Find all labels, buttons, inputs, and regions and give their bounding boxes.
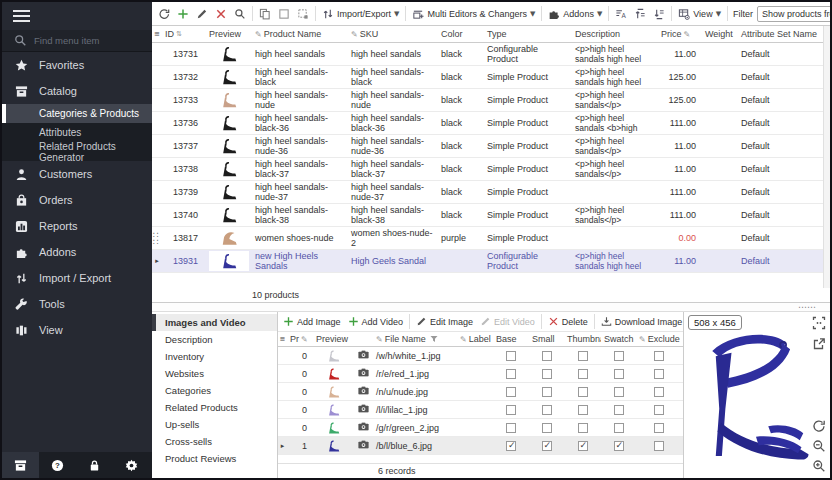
select-region-button[interactable] (294, 6, 312, 22)
sidebar-item-catalog[interactable]: Catalog (2, 78, 152, 104)
product-row[interactable]: 13731 high heel sandals high heel sandal… (152, 43, 823, 66)
multi-editors-button[interactable]: Multi Editors & Changers▼ (409, 6, 538, 22)
base-checkbox[interactable] (493, 351, 529, 361)
panel-tab[interactable]: Categories (152, 382, 277, 399)
column-header-description[interactable]: Description (572, 29, 658, 39)
swatch-checkbox[interactable] (601, 423, 636, 433)
panel-tab[interactable]: Up-sells (152, 416, 277, 433)
exclude-checkbox[interactable] (636, 405, 682, 415)
sidebar-item-related-products-generator[interactable]: Related Products Generator (2, 142, 152, 161)
column-header-attribute-set[interactable]: Attribute Set Name (738, 29, 823, 39)
thumbnail-checkbox[interactable] (564, 387, 601, 397)
column-header-product-name[interactable]: ✎Product Name (252, 29, 348, 39)
grid-corner-icon[interactable]: ≡ (152, 30, 162, 38)
splitter-handle-icon[interactable]: ⋯⋯ (798, 305, 816, 309)
column-header-base[interactable]: Base (493, 334, 529, 344)
small-checkbox[interactable] (529, 369, 564, 379)
view-button[interactable]: View▼ (675, 6, 724, 22)
exclude-checkbox[interactable] (636, 387, 682, 397)
panel-tab[interactable]: Cross-sells (152, 433, 277, 450)
column-header-price[interactable]: Price✎ (658, 29, 702, 39)
sidebar-item-addons[interactable]: Addons (2, 239, 152, 265)
swatch-checkbox[interactable] (601, 405, 636, 415)
product-row[interactable]: 13817 women shoes-nude women shoes-nude-… (152, 227, 823, 250)
swatch-checkbox[interactable] (601, 441, 636, 451)
column-header-exclude[interactable]: ✎Exclude (636, 334, 682, 344)
panel-tab[interactable]: Product Reviews (152, 450, 277, 467)
image-row[interactable]: 0 /l/i/lilac_1.jpg (278, 401, 683, 419)
menu-search-input[interactable] (34, 35, 134, 46)
product-row[interactable]: 13931 new High Heels Sandals High Geels … (152, 250, 823, 273)
column-header-swatch[interactable]: Swatch (601, 334, 636, 344)
sidebar-item-import-export[interactable]: Import / Export (2, 265, 152, 291)
image-row[interactable]: 1 /b/l/blue_6.jpg (278, 437, 683, 455)
small-checkbox[interactable] (529, 441, 564, 451)
sidebar-item-customers[interactable]: Customers (2, 161, 152, 187)
exclude-checkbox[interactable] (636, 351, 682, 361)
sidebar-item-favorites[interactable]: Favorites (2, 52, 152, 78)
sidebar-item-categories-products[interactable]: Categories & Products (2, 104, 152, 123)
expand-rows-button[interactable] (631, 6, 649, 22)
horizontal-splitter[interactable]: ⋯⋯ (152, 303, 830, 312)
sidebar-splitter-handle[interactable]: ∷∷ (153, 232, 159, 246)
store-manager-button[interactable] (2, 452, 39, 478)
column-header-color[interactable]: Color (438, 29, 484, 39)
column-header-id[interactable]: ID⇅ (162, 29, 206, 39)
column-header-weight[interactable]: Weight (702, 29, 738, 39)
checkbox-select-button[interactable] (275, 6, 293, 22)
sidebar-item-reports[interactable]: Reports (2, 213, 152, 239)
image-row[interactable]: 0 /n/u/nude.jpg (278, 383, 683, 401)
column-header-sku[interactable]: ✎SKU (348, 29, 438, 39)
collapse-rows-button[interactable] (650, 6, 668, 22)
sidebar-item-view[interactable]: View (2, 317, 152, 343)
sidebar-item-orders[interactable]: Orders (2, 187, 152, 213)
add-video-button[interactable]: Add Video (345, 314, 406, 329)
add-product-button[interactable] (174, 6, 192, 22)
column-header-position[interactable]: Pr✎ (287, 334, 313, 344)
column-header-small[interactable]: Small (529, 334, 564, 344)
small-checkbox[interactable] (529, 405, 564, 415)
product-row[interactable]: 13738 high heel sandals-black-37 high he… (152, 158, 823, 181)
delete-image-button[interactable]: Delete (545, 314, 591, 329)
thumbnail-checkbox[interactable] (564, 423, 601, 433)
image-row[interactable]: 0 /r/e/red_1.jpg (278, 365, 683, 383)
panel-tab[interactable]: Websites (152, 365, 277, 382)
filter-select[interactable]: Show products from selected categories▼ (757, 6, 830, 22)
column-header-thumbnail[interactable]: Thumbna (564, 334, 601, 344)
panel-tab[interactable]: Related Products (152, 399, 277, 416)
help-button[interactable]: ? (39, 452, 76, 478)
swatch-checkbox[interactable] (601, 351, 636, 361)
delete-product-button[interactable] (212, 6, 230, 22)
edit-product-button[interactable] (193, 6, 211, 22)
vertical-scrollbar[interactable] (823, 26, 830, 288)
open-external-icon[interactable] (812, 337, 826, 351)
zoom-in-icon[interactable] (812, 459, 826, 473)
swatch-checkbox[interactable] (601, 387, 636, 397)
copy-button[interactable] (256, 6, 274, 22)
product-row[interactable]: 13736 high heel sandals-black-36 high he… (152, 112, 823, 135)
edit-image-button[interactable]: Edit Image (413, 314, 476, 329)
small-checkbox[interactable] (529, 351, 564, 361)
base-checkbox[interactable] (493, 423, 529, 433)
add-image-button[interactable]: Add Image (280, 314, 344, 329)
search-products-button[interactable] (231, 6, 249, 22)
thumbnail-checkbox[interactable] (564, 441, 601, 451)
column-header-label[interactable]: ✎Label (457, 334, 493, 344)
product-row[interactable]: 13733 high heel sandals-nude high heel s… (152, 89, 823, 112)
thumbnail-checkbox[interactable] (564, 351, 601, 361)
thumbnail-checkbox[interactable] (564, 369, 601, 379)
panel-tab[interactable]: Images and Video (152, 314, 277, 331)
small-checkbox[interactable] (529, 423, 564, 433)
column-header-file-name[interactable]: ✎File Name (373, 334, 457, 344)
product-row[interactable]: 13740 high heel sandals-black-38 high he… (152, 204, 823, 227)
download-image-button[interactable]: Download Image (598, 314, 683, 329)
grid-corner-icon[interactable]: ≡ (278, 335, 287, 343)
sort-by-attribute-button[interactable]: A (612, 6, 630, 22)
product-row[interactable]: 13739 high heel sandals-nude-37 high hee… (152, 181, 823, 204)
product-row[interactable]: 13737 high heel sandals-nude-36 high hee… (152, 135, 823, 158)
base-checkbox[interactable] (493, 441, 529, 451)
column-header-type[interactable]: Type (484, 29, 572, 39)
thumbnail-checkbox[interactable] (564, 405, 601, 415)
settings-button[interactable] (113, 452, 150, 478)
swatch-checkbox[interactable] (601, 369, 636, 379)
